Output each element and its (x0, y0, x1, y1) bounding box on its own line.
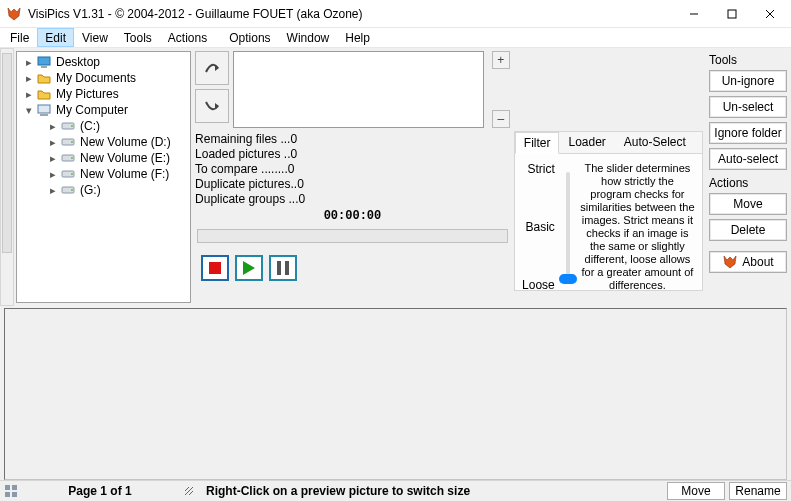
play-button[interactable] (235, 255, 263, 281)
drive-icon (60, 166, 76, 182)
stop-button[interactable] (201, 255, 229, 281)
menu-view[interactable]: View (74, 28, 116, 47)
filter-panel: Filter Loader Auto-Select Strict Basic L… (512, 48, 705, 306)
label-strict: Strict (519, 162, 555, 176)
computer-icon (36, 102, 52, 118)
menu-bar: File Edit View Tools Actions Options Win… (0, 28, 791, 48)
tree-label: New Volume (E:) (80, 151, 170, 165)
timer: 00:00:00 (195, 209, 510, 223)
grid-icon[interactable] (4, 484, 18, 498)
left-column: ▸ Desktop ▸ My Documents ▸ My Pictures ▾ (0, 48, 193, 306)
zoom-out-button[interactable]: – (492, 110, 510, 128)
tree-desktop[interactable]: ▸ Desktop (17, 54, 190, 70)
minimize-button[interactable] (675, 0, 713, 28)
unselect-button[interactable]: Un-select (709, 96, 787, 118)
svg-rect-5 (41, 66, 47, 68)
svg-rect-7 (40, 114, 48, 116)
tab-filter[interactable]: Filter (515, 132, 560, 154)
tab-autoselect[interactable]: Auto-Select (615, 131, 695, 153)
expand-icon[interactable]: ▸ (23, 57, 34, 68)
tabs-area: Filter Loader Auto-Select Strict Basic L… (514, 131, 703, 291)
svg-rect-4 (38, 57, 50, 65)
menu-options[interactable]: Options (221, 28, 278, 47)
tree-drive-c[interactable]: ▸ (C:) (17, 118, 190, 134)
tab-body: Strict Basic Loose The slider determines… (515, 154, 702, 300)
status-bar: Page 1 of 1 Right-Click on a preview pic… (0, 480, 791, 501)
resize-icon[interactable] (182, 484, 196, 498)
tree-drive-f[interactable]: ▸ New Volume (F:) (17, 166, 190, 182)
scroll-grip[interactable] (2, 53, 12, 253)
label-loose: Loose (519, 278, 555, 292)
svg-point-13 (71, 157, 73, 159)
zoom-in-button[interactable]: + (492, 51, 510, 69)
strictness-slider[interactable] (559, 160, 577, 294)
expand-icon[interactable]: ▸ (47, 185, 58, 196)
stats-block: Remaining files ...0 Loaded pictures ..0… (195, 132, 510, 207)
about-button[interactable]: About (709, 251, 787, 273)
maximize-button[interactable] (713, 0, 751, 28)
expand-icon[interactable]: ▸ (47, 169, 58, 180)
tree-label: My Computer (56, 103, 128, 117)
status-buttons: Move Rename (667, 482, 791, 500)
tree-mypics[interactable]: ▸ My Pictures (17, 86, 190, 102)
window-controls (675, 0, 789, 28)
fox-icon (722, 254, 738, 270)
svg-point-9 (71, 125, 73, 127)
menu-help[interactable]: Help (337, 28, 378, 47)
menu-actions[interactable]: Actions (160, 28, 215, 47)
actions-header: Actions (709, 176, 787, 190)
about-label: About (742, 255, 773, 269)
preview-area[interactable] (233, 51, 484, 128)
collapse-icon[interactable]: ▾ (23, 105, 34, 116)
autoselect-button[interactable]: Auto-select (709, 148, 787, 170)
expand-icon[interactable]: ▸ (47, 137, 58, 148)
add-down-button[interactable] (195, 89, 229, 123)
left-scroll-strip[interactable] (0, 48, 14, 306)
slider-thumb[interactable] (559, 274, 577, 284)
unignore-button[interactable]: Un-ignore (709, 70, 787, 92)
ignore-folder-button[interactable]: Ignore folder (709, 122, 787, 144)
expand-icon[interactable]: ▸ (23, 89, 34, 100)
tree-label: New Volume (F:) (80, 167, 169, 181)
svg-rect-18 (209, 262, 221, 274)
expand-icon[interactable]: ▸ (23, 73, 34, 84)
add-up-button[interactable] (195, 51, 229, 85)
tree-drive-e[interactable]: ▸ New Volume (E:) (17, 150, 190, 166)
move-button[interactable]: Move (709, 193, 787, 215)
svg-marker-19 (243, 261, 255, 275)
menu-file[interactable]: File (2, 28, 37, 47)
tree-drive-g[interactable]: ▸ (G:) (17, 182, 190, 198)
tree-drive-d[interactable]: ▸ New Volume (D:) (17, 134, 190, 150)
tree-label: (G:) (80, 183, 101, 197)
status-hint: Right-Click on a preview picture to swit… (200, 484, 667, 498)
folder-tree[interactable]: ▸ Desktop ▸ My Documents ▸ My Pictures ▾ (16, 51, 191, 303)
svg-rect-20 (277, 261, 281, 275)
close-button[interactable] (751, 0, 789, 28)
status-move-button[interactable]: Move (667, 482, 725, 500)
tools-header: Tools (709, 53, 787, 67)
tree-mydocs[interactable]: ▸ My Documents (17, 70, 190, 86)
menu-edit[interactable]: Edit (37, 28, 74, 47)
delete-button[interactable]: Delete (709, 219, 787, 241)
stat-loaded: Loaded pictures ..0 (195, 147, 510, 162)
results-panel[interactable] (4, 308, 787, 480)
menu-tools[interactable]: Tools (116, 28, 160, 47)
expand-icon[interactable]: ▸ (47, 121, 58, 132)
tree-label: My Documents (56, 71, 136, 85)
svg-rect-6 (38, 105, 50, 113)
status-rename-button[interactable]: Rename (729, 482, 787, 500)
nav-buttons (195, 51, 229, 128)
progress-bar (197, 229, 508, 243)
tree-label: (C:) (80, 119, 100, 133)
media-controls (195, 255, 510, 281)
pause-button[interactable] (269, 255, 297, 281)
tree-mycomp[interactable]: ▾ My Computer (17, 102, 190, 118)
middle-column: + – Remaining files ...0 Loaded pictures… (193, 48, 512, 306)
window-title: VisiPics V1.31 - © 2004-2012 - Guillaume… (28, 7, 675, 21)
tab-loader[interactable]: Loader (559, 131, 614, 153)
menu-window[interactable]: Window (279, 28, 338, 47)
stat-dup-pics: Duplicate pictures..0 (195, 177, 510, 192)
stat-compare: To compare ........0 (195, 162, 510, 177)
expand-icon[interactable]: ▸ (47, 153, 58, 164)
svg-point-15 (71, 173, 73, 175)
